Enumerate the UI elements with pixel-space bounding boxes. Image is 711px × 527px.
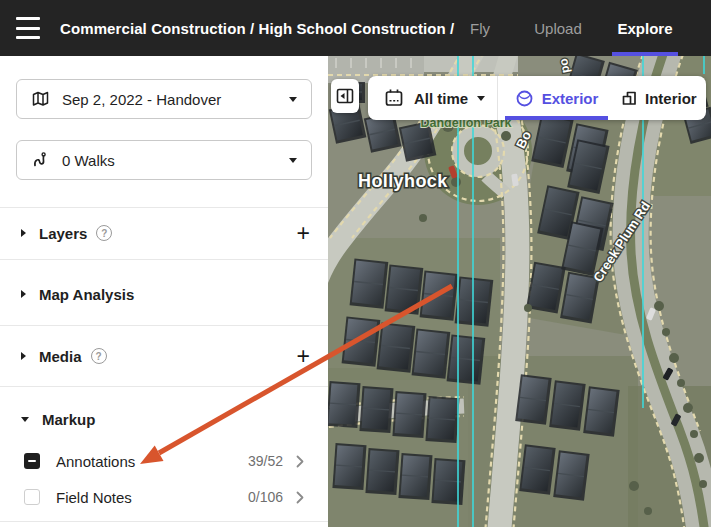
section-title: Map Analysis: [39, 286, 134, 303]
tab-upload[interactable]: Upload: [526, 0, 590, 56]
chevron-down-icon: [477, 96, 485, 101]
item-count: 39/52: [248, 453, 283, 469]
divider: [0, 325, 328, 326]
annotations-checkbox[interactable]: [24, 453, 40, 469]
tab-explore[interactable]: Explore: [612, 0, 678, 56]
chevron-right-icon[interactable]: [296, 491, 304, 504]
map-viewport[interactable]: Hollyhock Dandelion Park Creek Plum Rd B…: [328, 56, 711, 527]
section-title: Media: [39, 348, 82, 365]
tab-interior[interactable]: Interior: [620, 76, 706, 120]
app-window: Commercial Construction / High School Co…: [0, 0, 711, 527]
chevron-down-icon: [289, 158, 297, 163]
walks-dropdown[interactable]: 0 Walks: [16, 140, 312, 180]
item-label: Field Notes: [56, 489, 248, 506]
add-layer-button[interactable]: +: [297, 223, 310, 243]
chevron-down-icon: [289, 97, 297, 102]
globe-icon: [515, 89, 534, 108]
tab-fly[interactable]: Fly: [458, 0, 502, 56]
add-media-button[interactable]: +: [297, 346, 310, 366]
help-icon[interactable]: ?: [91, 348, 107, 364]
chevron-right-icon[interactable]: [296, 455, 304, 468]
map-icon: [31, 90, 50, 109]
map-label-neighborhood: Hollyhock: [358, 171, 448, 191]
breadcrumb[interactable]: Commercial Construction / High School Co…: [60, 0, 454, 56]
map-label-road-fragment-top: od: [558, 57, 574, 74]
expand-arrow-icon[interactable]: [21, 229, 26, 237]
time-filter-value: All time: [414, 90, 468, 107]
section-title: Markup: [42, 411, 95, 428]
divider: [0, 259, 328, 260]
tab-exterior[interactable]: Exterior: [505, 76, 608, 120]
floorplan-icon: [620, 89, 638, 107]
collapse-arrow-icon[interactable]: [21, 417, 29, 422]
section-markup[interactable]: Markup: [0, 402, 328, 436]
walks-value: 0 Walks: [62, 152, 289, 169]
tab-label: Exterior: [542, 90, 599, 107]
calendar-icon: [384, 88, 404, 108]
markup-item-annotations[interactable]: Annotations 39/52: [0, 444, 328, 478]
map-date-dropdown[interactable]: Sep 2, 2022 - Handover: [16, 79, 312, 119]
map-toolbar: All time Exterior Interior: [368, 76, 706, 120]
top-bar: Commercial Construction / High School Co…: [0, 0, 711, 56]
active-view-underline: [505, 116, 608, 120]
item-label: Annotations: [56, 453, 248, 470]
divider: [0, 207, 328, 208]
time-filter-dropdown[interactable]: All time: [384, 76, 485, 120]
section-title: Layers: [39, 225, 87, 242]
satellite-map[interactable]: Hollyhock Dandelion Park Creek Plum Rd B…: [328, 56, 711, 527]
collapse-panel-icon: [336, 87, 354, 105]
active-tab-underline: [612, 52, 678, 56]
walk-icon: [31, 151, 50, 170]
section-layers[interactable]: Layers ? +: [0, 216, 328, 250]
collapse-panel-button[interactable]: [331, 79, 359, 113]
section-map-analysis[interactable]: Map Analysis: [0, 277, 328, 311]
field-notes-checkbox[interactable]: [24, 489, 40, 505]
markup-item-field-notes[interactable]: Field Notes 0/106: [0, 480, 328, 514]
toolbar-divider: [497, 76, 498, 120]
item-count: 0/106: [248, 489, 283, 505]
map-date-value: Sep 2, 2022 - Handover: [62, 91, 289, 108]
tab-label: Interior: [645, 90, 697, 107]
help-icon[interactable]: ?: [96, 225, 112, 241]
expand-arrow-icon[interactable]: [21, 352, 26, 360]
divider: [0, 521, 328, 522]
hamburger-icon[interactable]: [16, 17, 40, 39]
expand-arrow-icon[interactable]: [21, 290, 26, 298]
sidebar: Sep 2, 2022 - Handover 0 Walks Layers ? …: [0, 56, 328, 527]
divider: [0, 386, 328, 387]
section-media[interactable]: Media ? +: [0, 339, 328, 373]
